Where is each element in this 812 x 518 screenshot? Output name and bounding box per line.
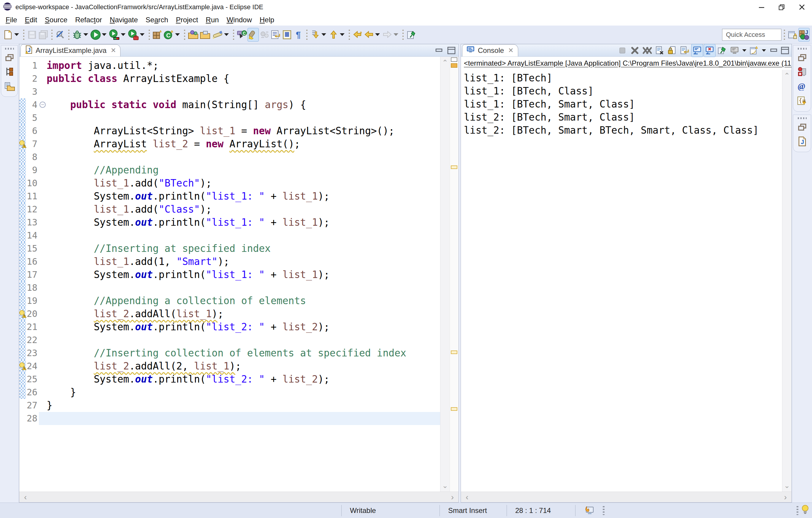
editor-minimize-icon[interactable]: [435, 48, 443, 53]
annotation-gutter[interactable]: [19, 151, 26, 164]
fold-gutter[interactable]: [39, 333, 47, 347]
console-word-wrap-button[interactable]: [679, 44, 691, 57]
menu-item-refactor[interactable]: Refactor: [71, 14, 106, 26]
line-number[interactable]: 13: [26, 216, 39, 229]
problems-view-icon[interactable]: [798, 67, 807, 78]
restore-views-icon[interactable]: [798, 123, 807, 132]
fold-gutter[interactable]: [39, 373, 47, 386]
code-line[interactable]: 5: [19, 111, 440, 125]
code-text[interactable]: System.out.println("list_1: " + list_1);: [47, 190, 440, 203]
code-line[interactable]: 3: [19, 85, 440, 98]
fold-gutter[interactable]: [39, 255, 47, 268]
last-edit-location-button[interactable]: [352, 28, 363, 42]
fold-gutter[interactable]: [39, 268, 47, 281]
line-number[interactable]: 14: [26, 229, 39, 242]
annotation-gutter[interactable]: [19, 98, 26, 111]
back-button[interactable]: [363, 28, 375, 42]
console-vertical-scrollbar[interactable]: ⌃ ⌄: [782, 70, 791, 492]
new-class-button[interactable]: C: [163, 28, 175, 42]
previous-annotation-button[interactable]: [328, 28, 339, 42]
fold-gutter[interactable]: [39, 151, 47, 164]
notification-lightbulb-icon[interactable]: [801, 505, 809, 517]
code-text[interactable]: System.out.println("list_1: " + list_1);: [47, 268, 440, 281]
annotation-gutter[interactable]: [19, 307, 26, 321]
line-number[interactable]: 25: [26, 373, 39, 386]
annotation-gutter[interactable]: [19, 138, 26, 151]
overview-summary-box[interactable]: [451, 57, 457, 62]
line-number[interactable]: 18: [26, 281, 39, 294]
code-line[interactable]: 19 //Appending a collection of elements: [19, 294, 440, 307]
code-text[interactable]: [47, 85, 440, 98]
code-text[interactable]: [47, 111, 440, 125]
annotation-gutter[interactable]: [19, 399, 26, 412]
word-wrap-button[interactable]: [270, 28, 281, 42]
code-line[interactable]: 24 list_2.addAll(2, list_1);: [19, 360, 440, 373]
code-text[interactable]: [47, 151, 440, 164]
code-text[interactable]: //Appending: [47, 164, 440, 177]
terminate-button[interactable]: [616, 44, 628, 57]
coverage-dropdown[interactable]: [121, 33, 125, 36]
profile-button[interactable]: [127, 28, 139, 42]
menu-item-source[interactable]: Source: [41, 14, 71, 26]
fold-gutter[interactable]: [39, 412, 47, 425]
back-dropdown[interactable]: [375, 33, 380, 36]
console-tab[interactable]: Console ✕: [462, 44, 518, 56]
code-text[interactable]: list_2.addAll(2, list_1);: [47, 360, 440, 373]
code-line[interactable]: 4− public static void main(String[] args…: [19, 98, 440, 111]
stack-drag-handle[interactable]: [5, 48, 14, 50]
stack-drag-handle[interactable]: [798, 117, 807, 119]
code-line[interactable]: 18: [19, 281, 440, 294]
code-line[interactable]: 2public class ArrayListExample {: [19, 72, 440, 85]
editor-maximize-icon[interactable]: [447, 47, 456, 54]
line-number[interactable]: 26: [26, 386, 39, 399]
code-line[interactable]: 9 //Appending: [19, 164, 440, 177]
fold-gutter[interactable]: [39, 59, 47, 72]
line-number[interactable]: 10: [26, 177, 39, 190]
externalize-strings-button[interactable]: [259, 28, 270, 42]
code-line[interactable]: 11 System.out.println("list_1: " + list_…: [19, 190, 440, 203]
warning-lightbulb-icon[interactable]: [19, 140, 27, 149]
fold-gutter[interactable]: [39, 281, 47, 294]
warning-lightbulb-icon[interactable]: [19, 362, 27, 372]
open-resource-button[interactable]: [199, 28, 211, 42]
code-text[interactable]: list_2.addAll(list_1);: [47, 307, 440, 321]
block-selection-button[interactable]: [281, 28, 293, 42]
previous-annotation-dropdown[interactable]: [340, 33, 345, 36]
open-console-button[interactable]: [748, 44, 760, 57]
scroll-up-icon[interactable]: ⌃: [442, 58, 448, 67]
annotation-gutter[interactable]: [19, 281, 26, 294]
annotation-gutter[interactable]: [19, 216, 26, 229]
fold-gutter[interactable]: [39, 177, 47, 190]
fold-gutter[interactable]: [39, 190, 47, 203]
fold-gutter[interactable]: [39, 386, 47, 399]
overview-warning-marker[interactable]: [451, 165, 457, 169]
scroll-right-icon[interactable]: ›: [451, 492, 454, 502]
remove-all-terminated-button[interactable]: [641, 44, 653, 57]
line-number[interactable]: 9: [26, 164, 39, 177]
code-text[interactable]: ArrayList<String> list_1 = new ArrayList…: [47, 125, 440, 138]
code-line[interactable]: 10 list_1.add("BTech");: [19, 177, 440, 190]
code-text[interactable]: [47, 412, 440, 425]
scroll-down-icon[interactable]: ⌄: [784, 482, 790, 490]
annotation-gutter[interactable]: [19, 333, 26, 347]
run-last-tool-button[interactable]: C: [236, 28, 248, 42]
code-line[interactable]: 17 System.out.println("list_1: " + list_…: [19, 268, 440, 281]
line-number[interactable]: 20: [26, 307, 39, 321]
annotation-gutter[interactable]: [19, 177, 26, 190]
code-text[interactable]: System.out.println("list_1: " + list_1);: [47, 216, 440, 229]
code-line[interactable]: 8: [19, 151, 440, 164]
fold-gutter[interactable]: [39, 85, 47, 98]
code-text[interactable]: System.out.println("list_2: " + list_2);: [47, 373, 440, 386]
fold-gutter[interactable]: [39, 164, 47, 177]
code-text[interactable]: }: [47, 399, 440, 412]
line-number[interactable]: 22: [26, 333, 39, 347]
code-line[interactable]: 27}: [19, 399, 440, 412]
close-button[interactable]: [792, 0, 812, 14]
declaration-view-icon[interactable]: {=: [797, 96, 808, 107]
line-number[interactable]: 5: [26, 111, 39, 125]
console-minimize-icon[interactable]: [770, 48, 778, 53]
new-java-project-button[interactable]: [152, 28, 163, 42]
line-number[interactable]: 4: [26, 98, 39, 111]
line-number[interactable]: 8: [26, 151, 39, 164]
annotation-gutter[interactable]: [19, 321, 26, 333]
